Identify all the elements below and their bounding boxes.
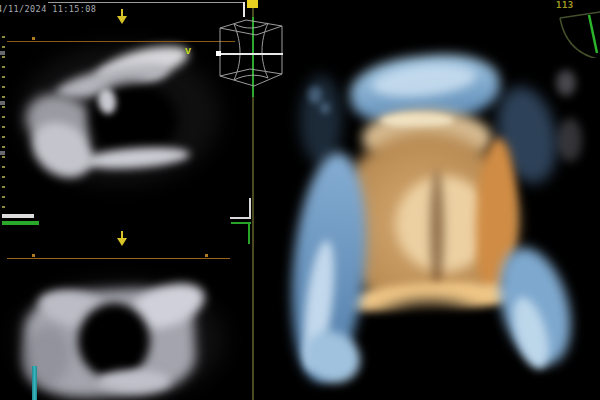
echo-display: 4/11/2024 11:15:08 v <box>0 0 600 400</box>
panel-2d-bottom[interactable] <box>0 248 252 400</box>
us-bottom-dark-hole <box>78 303 150 379</box>
datetime-text: 4/11/2024 11:15:08 <box>0 4 96 14</box>
reference-tick <box>205 254 208 257</box>
orientation-cube-icon[interactable] <box>213 13 287 89</box>
plane-sector-icon <box>552 8 600 58</box>
depth-ruler <box>2 36 5 214</box>
depth-ruler-mark <box>0 51 5 55</box>
yellow-top-marker <box>247 0 258 8</box>
cyan-caliper-bar-icon[interactable] <box>32 366 37 400</box>
reference-tick <box>32 37 35 40</box>
depth-ruler-mark <box>0 101 5 105</box>
render-blue-dot-2 <box>320 102 330 114</box>
us-bottom-arc <box>98 370 170 392</box>
panel-3d-render[interactable] <box>254 0 600 400</box>
render-bottom-notch <box>348 302 512 400</box>
green-scale-bar <box>2 221 39 225</box>
reference-line-top <box>7 41 235 42</box>
reference-line-bottom <box>7 258 230 259</box>
render-gray-blob-1 <box>556 70 576 96</box>
render-blue-dot-1 <box>308 86 322 104</box>
v-marker: v <box>185 45 191 56</box>
top-edge-line <box>48 2 244 3</box>
depth-ruler-mark <box>0 151 5 155</box>
render-dark-crevice <box>430 170 444 290</box>
white-scale-bar <box>2 214 34 218</box>
cube-axis-dot <box>216 51 221 56</box>
cube-axis-line <box>219 53 283 55</box>
render-bright-band <box>380 113 454 128</box>
render-gray-blob-2 <box>558 118 582 162</box>
reference-tick <box>32 254 35 257</box>
